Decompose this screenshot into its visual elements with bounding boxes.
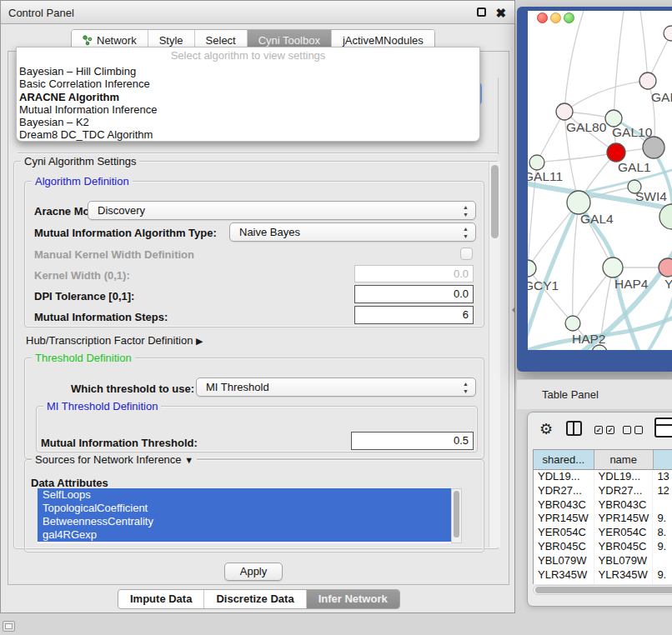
sources-title[interactable]: Sources for Network Inference ▼ bbox=[32, 453, 197, 466]
settings-scrollbar[interactable] bbox=[489, 162, 500, 548]
mi-steps-label: Mutual Information Steps: bbox=[34, 311, 168, 323]
scrollbar-thumb[interactable] bbox=[454, 491, 459, 538]
hub-section-toggle[interactable]: Hub/Transcription Factor Definition ▶ bbox=[26, 334, 203, 347]
data-attributes-list[interactable]: SelfLoopsTopologicalCoefficientBetweenne… bbox=[38, 488, 451, 543]
table-panel-title: Table Panel bbox=[542, 388, 599, 401]
zoom-traffic-light-icon[interactable] bbox=[564, 12, 574, 23]
splitter-collapse-icon[interactable] bbox=[509, 307, 515, 313]
bottom-tab-impute-data[interactable]: Impute Data bbox=[118, 590, 204, 608]
node-label: Y bbox=[664, 277, 672, 291]
select-all-icon[interactable]: ✓ bbox=[606, 426, 614, 434]
manual-kernel-label: Manual Kernel Width Definition bbox=[34, 248, 194, 261]
attribute-item[interactable]: BetweennessCentrality bbox=[38, 515, 451, 528]
network-node-gal80[interactable] bbox=[556, 103, 573, 120]
network-node-gal4[interactable] bbox=[567, 191, 590, 214]
column-header[interactable]: shared... bbox=[534, 450, 594, 469]
table-cell: YLR345W bbox=[534, 568, 594, 582]
table-row[interactable]: YPR145WYPR145W9. bbox=[534, 512, 672, 526]
table-icon[interactable] bbox=[654, 418, 672, 438]
table-row[interactable]: YER054CYER054C8. bbox=[534, 526, 672, 540]
table-row[interactable]: YBL079WYBL079W bbox=[534, 554, 672, 568]
gear-icon[interactable]: ⚙ bbox=[539, 420, 553, 438]
network-node-gcy1[interactable] bbox=[528, 260, 536, 277]
column-header[interactable] bbox=[654, 450, 672, 469]
attribute-item[interactable]: gal4RGexp bbox=[38, 528, 451, 542]
table-cell: YDL19... bbox=[594, 470, 654, 484]
network-node-gal10[interactable] bbox=[605, 110, 622, 127]
threshold-definition-title: Threshold Definition bbox=[32, 352, 135, 364]
table-row[interactable]: YDL19...YDL19...13 bbox=[534, 470, 672, 484]
bottom-tab-discretize-data[interactable]: Discretize Data bbox=[204, 590, 306, 608]
columns-icon[interactable] bbox=[566, 421, 582, 436]
control-panel-titlebar: Control Panel ✖ bbox=[1, 1, 514, 24]
manual-kernel-checkbox[interactable] bbox=[460, 248, 473, 260]
stepper-arrows-icon: ▲▼ bbox=[463, 203, 469, 218]
mi-algorithm-type-value: Naive Bayes bbox=[239, 226, 300, 238]
table-row[interactable]: YBR045CYBR045C9. bbox=[534, 540, 672, 554]
attribute-item[interactable]: TopologicalCoefficient bbox=[38, 502, 451, 515]
dropdown-item[interactable]: Mutual Information Inference bbox=[17, 103, 479, 116]
scrollbar-thumb[interactable] bbox=[491, 165, 499, 238]
network-node[interactable] bbox=[643, 137, 664, 158]
network-node-gal11[interactable] bbox=[529, 155, 544, 170]
table-cell: 9. bbox=[653, 568, 672, 582]
aracne-mode-value: Discovery bbox=[98, 204, 145, 217]
table-cell: YDL19... bbox=[534, 470, 594, 484]
network-node-hap2[interactable] bbox=[565, 316, 580, 331]
network-graph: GALGAL80GAL10GAL1GAL11SWI4GAL4GCY1HAP4YH… bbox=[528, 11, 672, 350]
network-node[interactable] bbox=[664, 26, 672, 41]
list-scrollbar[interactable] bbox=[451, 488, 462, 543]
table-row[interactable]: YBR043CYBR043C bbox=[534, 498, 672, 512]
network-node-y[interactable] bbox=[659, 258, 672, 277]
close-icon[interactable]: ✖ bbox=[495, 6, 506, 21]
minimize-traffic-light-icon[interactable] bbox=[550, 12, 561, 23]
attribute-item[interactable]: SelfLoops bbox=[38, 488, 451, 502]
dropdown-item[interactable]: Bayesian – K2 bbox=[17, 116, 479, 128]
dpi-tolerance-input[interactable]: 0.0 bbox=[354, 285, 474, 303]
network-node-gal1[interactable] bbox=[607, 143, 625, 162]
dropdown-item[interactable]: Dream8 DC_TDC Algorithm bbox=[17, 128, 479, 141]
table-cell: YER054C bbox=[594, 526, 654, 540]
mi-threshold-input[interactable]: 0.5 bbox=[351, 432, 474, 450]
dpi-tolerance-label: DPI Tolerance [0,1]: bbox=[34, 290, 134, 302]
float-window-icon[interactable] bbox=[477, 8, 486, 17]
network-node-gal[interactable] bbox=[639, 72, 656, 89]
tab-label: Network bbox=[97, 34, 137, 47]
select-all-icon[interactable]: ✓ bbox=[594, 426, 603, 434]
table-cell: YPR145W bbox=[594, 512, 654, 526]
table-hscrollbar[interactable] bbox=[533, 585, 672, 595]
deselect-all-icon[interactable] bbox=[623, 426, 631, 434]
tab-label: jActiveMNodules bbox=[343, 34, 424, 47]
network-node-hap4[interactable] bbox=[603, 258, 623, 278]
network-edge bbox=[614, 11, 624, 118]
table-panel-titlebar: Table Panel bbox=[517, 379, 672, 409]
dropdown-item[interactable]: Bayesian – Hill Climbing bbox=[17, 65, 479, 78]
control-panel-window: Control Panel ✖ NetworkStyleSelectCyni T… bbox=[0, 0, 515, 613]
aracne-mode-select[interactable]: Discovery ▲▼ bbox=[88, 201, 476, 220]
table-row[interactable]: YIL052CYIL052C9. bbox=[534, 582, 672, 584]
network-canvas[interactable]: GALGAL80GAL10GAL1GAL11SWI4GAL4GCY1HAP4YH… bbox=[528, 11, 672, 350]
deselect-all-icon[interactable] bbox=[634, 426, 643, 434]
dock-panel-icon[interactable] bbox=[3, 621, 15, 632]
table-cell: 9. bbox=[653, 540, 672, 554]
mi-algorithm-type-select[interactable]: Naive Bayes ▲▼ bbox=[229, 222, 476, 242]
column-header[interactable]: name bbox=[594, 450, 654, 469]
bottom-tab-infer-network[interactable]: Infer Network bbox=[307, 590, 399, 608]
kernel-width-input[interactable]: 0.0 bbox=[354, 265, 474, 282]
which-threshold-select[interactable]: MI Threshold ▲▼ bbox=[196, 378, 476, 397]
scrollbar-thumb[interactable] bbox=[535, 587, 672, 593]
table-row[interactable]: YDR27...YDR27...12 bbox=[534, 484, 672, 498]
dropdown-item[interactable]: Basic Correlation Inference bbox=[17, 78, 479, 90]
groupbox-edge bbox=[498, 78, 499, 154]
table-cell: 8. bbox=[653, 526, 672, 540]
table-cell: YBR045C bbox=[534, 540, 594, 554]
close-traffic-light-icon[interactable] bbox=[537, 12, 548, 23]
dropdown-item[interactable]: ARACNE Algorithm bbox=[17, 91, 479, 103]
algorithm-definition-title: Algorithm Definition bbox=[32, 175, 133, 188]
table-cell: 12 bbox=[653, 484, 672, 498]
apply-button[interactable]: Apply bbox=[224, 562, 283, 581]
table-row[interactable]: YLR345WYLR345W9. bbox=[534, 568, 672, 582]
network-icon bbox=[83, 35, 93, 46]
mi-steps-input[interactable]: 6 bbox=[354, 306, 474, 324]
table-cell: YIL052C bbox=[534, 582, 594, 584]
